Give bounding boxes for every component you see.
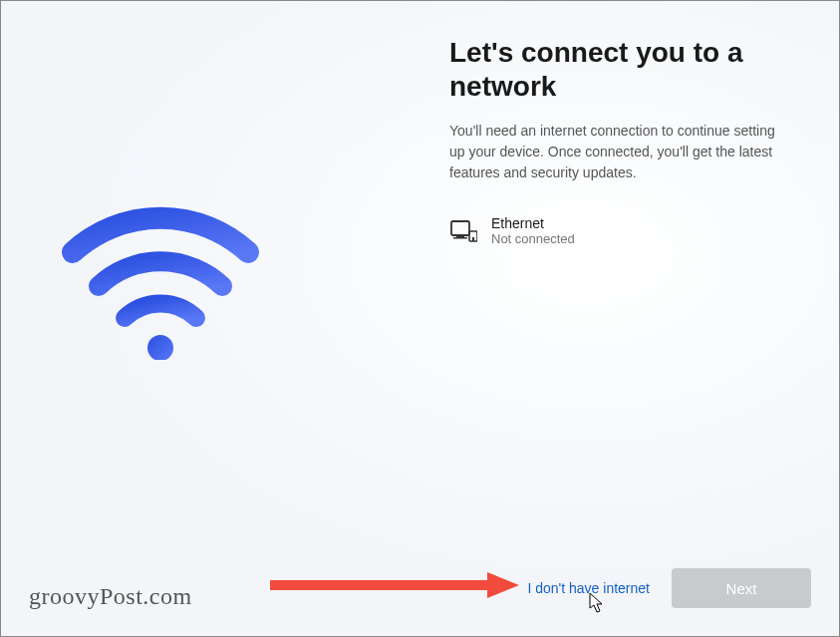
svg-rect-5 <box>472 237 474 241</box>
content-panel: Let's connect you to a network You'll ne… <box>449 36 778 250</box>
network-status: Not connected <box>491 231 575 246</box>
wifi-icon <box>61 200 260 360</box>
network-name: Ethernet <box>491 215 575 231</box>
svg-rect-3 <box>453 237 467 239</box>
hero-illustration <box>61 200 360 364</box>
page-title: Let's connect you to a network <box>449 36 778 103</box>
oobe-network-screen: Let's connect you to a network You'll ne… <box>0 0 840 637</box>
network-item-ethernet[interactable]: Ethernet Not connected <box>449 211 778 250</box>
watermark: groovyPost.com <box>29 583 192 610</box>
next-button[interactable]: Next <box>672 568 811 608</box>
page-subtitle: You'll need an internet connection to co… <box>449 121 778 183</box>
no-internet-link[interactable]: I don't have internet <box>527 580 650 596</box>
svg-point-0 <box>147 335 173 360</box>
svg-rect-1 <box>451 221 469 235</box>
ethernet-icon <box>449 217 477 245</box>
svg-rect-2 <box>456 235 464 237</box>
